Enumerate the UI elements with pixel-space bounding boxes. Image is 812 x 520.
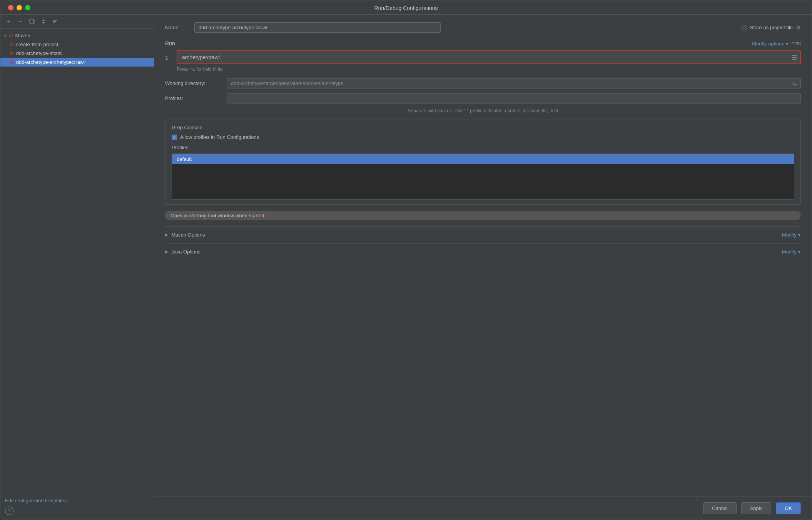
java-options-left: ▶ Java Options (165, 249, 200, 255)
traffic-lights (8, 5, 30, 10)
close-button[interactable] (8, 5, 13, 10)
run-debug-tag-chip: Open run/debug tool window when started … (165, 211, 801, 220)
sidebar-tree: ▼ m Maven m create-from-project m ddd-ar… (0, 29, 154, 493)
sidebar-footer: Edit configuration templates... ? (0, 493, 154, 520)
remove-config-button[interactable]: − (17, 18, 24, 25)
allow-profiles-checkbox[interactable]: ✓ (172, 135, 177, 140)
keyboard-shortcut: ⌥M (792, 41, 801, 46)
name-label: Name: (165, 25, 188, 30)
title-bar: Run/Debug Configurations (0, 0, 812, 15)
modify-options-label: Modify options (752, 41, 784, 47)
content-area: Name: Store as project file ⚙ Run Modify… (154, 15, 812, 497)
collapse-arrow-icon: ▶ (165, 232, 168, 237)
grep-console-title: Grep Console (172, 125, 794, 130)
sort-config-button[interactable] (51, 18, 59, 25)
java-options-section[interactable]: ▶ Java Options Modify ▾ (165, 243, 801, 260)
store-project-checkbox[interactable] (742, 25, 747, 30)
cancel-button[interactable]: Cancel (703, 502, 736, 514)
store-project-gear-icon[interactable]: ⚙ (796, 25, 801, 31)
profiles-hint: Separate with spaces. Use "-" prefix to … (165, 108, 801, 113)
main-layout: + − (0, 15, 812, 520)
sidebar-item-create-from-project[interactable]: m create-from-project (0, 40, 154, 49)
checkmark-icon: ✓ (173, 135, 176, 139)
maven-group[interactable]: ▼ m Maven (0, 31, 154, 40)
java-options-title: Java Options (171, 249, 200, 255)
grep-profiles-list: default (172, 153, 794, 200)
profiles-label: Profiles: (165, 95, 227, 101)
help-icon[interactable]: ? (5, 507, 13, 515)
sidebar-item-ddd-archetype-intasll[interactable]: m ddd-archetype-intasll (0, 49, 154, 58)
maven-item-icon: m (10, 42, 14, 47)
edit-config-link[interactable]: Edit configuration templates... (5, 498, 149, 503)
maximize-button[interactable] (25, 5, 30, 10)
add-config-button[interactable]: + (5, 18, 13, 25)
grep-profiles-label: Profiles: (172, 145, 794, 150)
bottom-bar: Cancel Apply OK (154, 497, 812, 520)
run-section-header: Run Modify options ▾ ⌥M (165, 40, 801, 47)
grep-console-section: Grep Console ✓ Allow profiles in Run Con… (165, 120, 801, 205)
maven-options-section[interactable]: ▶ Maven Options Modify ▾ (165, 226, 801, 243)
maven-options-left: ▶ Maven Options (165, 232, 205, 238)
maven-options-modify-button[interactable]: Modify ▾ (782, 232, 801, 238)
move-config-button[interactable] (40, 18, 47, 25)
working-directory-label: Working directory: (165, 80, 227, 86)
sidebar-item-label: ddd-archetype-intasll (16, 50, 63, 56)
chevron-down-icon: ▼ (3, 33, 7, 38)
maven-options-title: Maven Options (171, 232, 205, 238)
run-line-number: 1 (165, 54, 173, 61)
tag-close-button[interactable]: × (267, 212, 270, 218)
apply-button[interactable]: Apply (741, 502, 772, 514)
chevron-down-icon: ▾ (786, 41, 789, 47)
collapse-arrow-icon: ▶ (165, 249, 168, 254)
run-command-input[interactable] (177, 50, 801, 64)
name-input[interactable] (194, 22, 441, 33)
tag-chip-label: Open run/debug tool window when started (170, 213, 264, 218)
sidebar-item-label: ddd-archetype-archetype:crawl (16, 59, 85, 65)
working-directory-input[interactable] (227, 78, 801, 88)
copy-config-button[interactable] (28, 18, 36, 25)
name-row: Name: Store as project file ⚙ (165, 22, 801, 33)
maven-group-label: Maven (15, 33, 30, 38)
working-directory-container: 🗂 (227, 78, 801, 88)
minimize-button[interactable] (17, 5, 22, 10)
svg-rect-1 (30, 19, 33, 23)
maven-item-icon: m (10, 51, 14, 56)
allow-profiles-row: ✓ Allow profiles in Run Configurations (172, 134, 794, 140)
java-modify-label: Modify (782, 249, 797, 255)
sidebar-toolbar: + − (0, 15, 154, 29)
working-directory-row: Working directory: 🗂 (165, 78, 801, 88)
profiles-row: Profiles: (165, 93, 801, 103)
maven-item-icon: m (10, 60, 14, 65)
ok-button[interactable]: OK (776, 502, 801, 514)
chevron-down-icon: ▾ (798, 232, 801, 238)
java-options-modify-button[interactable]: Modify ▾ (782, 249, 801, 255)
sidebar-item-ddd-archetype-crawl[interactable]: m ddd-archetype-archetype:crawl (0, 58, 154, 67)
maven-modify-label: Modify (782, 232, 797, 238)
run-input-container: ☰ (177, 50, 801, 64)
modify-options-button[interactable]: Modify options ▾ ⌥M (752, 41, 801, 47)
folder-icon[interactable]: 🗂 (792, 80, 798, 87)
run-section-title: Run (165, 40, 175, 47)
chevron-down-icon: ▾ (798, 249, 801, 255)
maven-group-icon: m (9, 33, 13, 38)
run-input-docs-icon[interactable]: ☰ (792, 54, 797, 61)
sidebar: + − (0, 15, 154, 520)
main-window: Run/Debug Configurations + − (0, 0, 812, 520)
window-title: Run/Debug Configurations (374, 5, 438, 11)
allow-profiles-label: Allow profiles in Run Configurations (180, 134, 259, 140)
store-project-row: Store as project file ⚙ (742, 25, 801, 31)
field-hint: Press ⌥ for field hints (177, 67, 801, 72)
run-command-row: 1 ☰ (165, 50, 801, 64)
profile-item-default[interactable]: default (172, 154, 794, 164)
profiles-input[interactable] (227, 93, 801, 103)
sidebar-item-label: create-from-project (16, 42, 58, 47)
store-project-label: Store as project file (750, 25, 793, 30)
